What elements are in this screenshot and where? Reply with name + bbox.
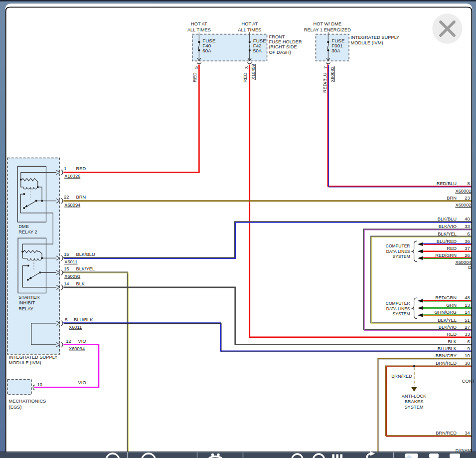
svg-text:SYSTEM: SYSTEM	[404, 405, 423, 410]
svg-text:BLK/YEL: BLK/YEL	[438, 318, 457, 323]
svg-text:X60093: X60093	[64, 274, 80, 279]
svg-text:RED/GRN: RED/GRN	[435, 253, 457, 258]
svg-text:SYSTEM: SYSTEM	[393, 254, 410, 259]
svg-text:27: 27	[465, 325, 470, 330]
svg-text:X60092: X60092	[330, 66, 335, 82]
svg-text:X60001: X60001	[455, 189, 471, 194]
svg-text:HOT W/ DME: HOT W/ DME	[313, 21, 341, 26]
svg-text:30A: 30A	[331, 48, 340, 53]
svg-text:DME: DME	[18, 224, 29, 229]
svg-text:7: 7	[323, 66, 328, 69]
svg-text:36: 36	[465, 239, 470, 244]
svg-text:BLK/YEL: BLK/YEL	[438, 231, 457, 236]
svg-text:14: 14	[465, 310, 470, 315]
svg-text:FUSE HOLDER: FUSE HOLDER	[269, 39, 302, 44]
svg-text:3: 3	[244, 66, 249, 69]
svg-text:BLK/VIO: BLK/VIO	[439, 224, 457, 229]
svg-text:COMPUTER: COMPUTER	[386, 243, 410, 248]
svg-text:BLK: BLK	[76, 281, 85, 286]
svg-text:6: 6	[467, 339, 470, 344]
svg-text:INHIBIT: INHIBIT	[18, 300, 35, 305]
svg-text:X60094: X60094	[69, 346, 85, 351]
svg-text:D: D	[468, 265, 472, 270]
svg-text:RED: RED	[76, 166, 86, 171]
svg-text:(RIGHT SIDE: (RIGHT SIDE	[269, 44, 297, 49]
svg-text:X60002: X60002	[455, 203, 471, 208]
svg-text:X6011: X6011	[64, 259, 77, 264]
svg-text:MECHATRONICS: MECHATRONICS	[9, 399, 46, 404]
svg-text:22: 22	[64, 195, 69, 200]
svg-text:RED/BLU: RED/BLU	[437, 181, 457, 186]
svg-text:X60094: X60094	[64, 203, 80, 208]
svg-text:BLK/VIO: BLK/VIO	[439, 325, 457, 330]
svg-text:10: 10	[465, 353, 470, 358]
svg-text:37: 37	[465, 246, 470, 251]
svg-text:DATA LINES: DATA LINES	[386, 249, 410, 254]
svg-text:FRONT: FRONT	[269, 34, 285, 39]
svg-text:RELAY 2: RELAY 2	[18, 229, 37, 234]
svg-text:ALL TIMES: ALL TIMES	[238, 27, 261, 32]
svg-text:48: 48	[465, 295, 470, 300]
svg-text:BRN/RED: BRN/RED	[436, 431, 457, 436]
svg-text:9: 9	[467, 346, 470, 351]
svg-text:1: 1	[64, 166, 66, 171]
svg-text:BRN/RED: BRN/RED	[436, 361, 457, 366]
svg-text:BRN: BRN	[76, 195, 86, 200]
svg-text:BLK/BLU: BLK/BLU	[438, 217, 457, 222]
svg-text:33: 33	[465, 332, 470, 337]
svg-text:40: 40	[465, 217, 470, 222]
svg-text:X60004: X60004	[455, 260, 471, 265]
svg-text:RED: RED	[447, 246, 457, 251]
svg-text:6: 6	[467, 231, 470, 236]
svg-text:13: 13	[465, 303, 470, 308]
svg-text:X6011: X6011	[69, 325, 82, 330]
svg-text:ALL TIMES: ALL TIMES	[187, 27, 211, 32]
svg-text:BLU/BLK: BLU/BLK	[438, 346, 457, 351]
svg-text:VIO: VIO	[78, 380, 86, 385]
svg-text:(EGS): (EGS)	[9, 405, 22, 410]
svg-text:BRAKES: BRAKES	[405, 399, 424, 404]
svg-text:23: 23	[465, 196, 470, 201]
svg-text:STARTER: STARTER	[18, 295, 40, 300]
svg-text:COMPUTER: COMPUTER	[386, 301, 410, 306]
svg-text:60A: 60A	[202, 48, 211, 53]
svg-text:33: 33	[465, 224, 470, 229]
svg-text:12: 12	[66, 339, 71, 344]
svg-text:BLK/BLU: BLK/BLU	[76, 252, 95, 257]
svg-text:RELAY 1 ENERGIZED: RELAY 1 ENERGIZED	[304, 27, 351, 32]
svg-text:DATA LINES: DATA LINES	[386, 306, 410, 311]
svg-text:5: 5	[194, 66, 199, 69]
svg-text:OF DASH): OF DASH)	[269, 50, 291, 55]
svg-text:50A: 50A	[253, 48, 262, 53]
svg-text:RELAY: RELAY	[18, 306, 33, 311]
svg-text:RED: RED	[243, 72, 248, 82]
svg-text:MODULE (IVM): MODULE (IVM)	[9, 360, 41, 365]
svg-text:RED/GRN: RED/GRN	[435, 295, 457, 300]
svg-text:RED: RED	[447, 332, 457, 337]
svg-text:SYSTEM: SYSTEM	[393, 311, 410, 316]
svg-text:BLK: BLK	[448, 339, 457, 344]
svg-text:15: 15	[64, 252, 69, 257]
svg-text:GRN/ORG: GRN/ORG	[435, 310, 457, 315]
svg-text:8: 8	[467, 181, 470, 186]
svg-text:GRN: GRN	[446, 303, 457, 308]
svg-text:X18326: X18326	[64, 174, 80, 179]
svg-text:HOT AT: HOT AT	[241, 21, 258, 26]
svg-text:BRN: BRN	[447, 196, 457, 201]
svg-text:26: 26	[465, 253, 470, 258]
svg-text:BLU/BLK: BLU/BLK	[74, 317, 93, 322]
svg-text:34: 34	[465, 431, 470, 436]
svg-text:BLU/RED: BLU/RED	[437, 239, 457, 244]
svg-text:15: 15	[64, 266, 69, 271]
svg-text:14: 14	[64, 281, 69, 286]
svg-text:10: 10	[37, 382, 42, 387]
svg-text:51: 51	[465, 318, 470, 323]
svg-text:CONT: CONT	[462, 379, 476, 384]
svg-text:HOT AT: HOT AT	[191, 21, 207, 26]
svg-text:VIO: VIO	[78, 339, 86, 344]
svg-text:INTEGRATED SUPPLY: INTEGRATED SUPPLY	[9, 355, 58, 360]
svg-text:RED: RED	[192, 72, 197, 82]
svg-text:BRN/GRY: BRN/GRY	[436, 353, 457, 358]
svg-text:X10459: X10459	[251, 64, 256, 80]
svg-text:38: 38	[465, 361, 470, 366]
